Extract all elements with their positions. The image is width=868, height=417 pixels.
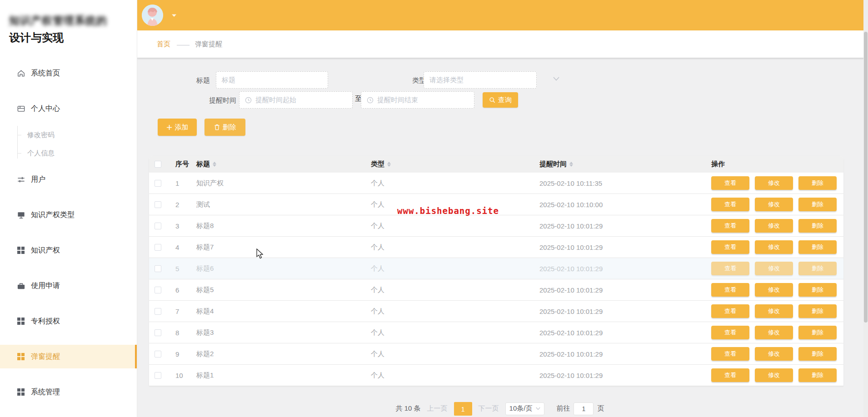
- page-scrollbar[interactable]: [863, 0, 868, 417]
- view-button[interactable]: 查看: [711, 368, 749, 382]
- row-checkbox[interactable]: [155, 244, 161, 251]
- edit-button[interactable]: 修改: [755, 219, 793, 233]
- delete-row-button[interactable]: 删除: [798, 347, 837, 361]
- row-checkbox[interactable]: [155, 287, 161, 293]
- row-checkbox[interactable]: [155, 201, 161, 208]
- briefcase-icon: [16, 281, 25, 290]
- delete-row-button[interactable]: 删除: [798, 240, 837, 254]
- delete-row-button[interactable]: 删除: [798, 262, 837, 275]
- sidebar-menu: 系统首页个人中心修改密码个人信息用户知识产权类型知识产权使用申请专利授权弹窗提醒…: [0, 61, 137, 404]
- view-button[interactable]: 查看: [711, 219, 749, 233]
- edit-button[interactable]: 修改: [755, 283, 793, 297]
- row-actions: 查看修改删除: [706, 347, 843, 361]
- delete-row-button[interactable]: 删除: [798, 368, 837, 382]
- row-checkbox[interactable]: [155, 372, 161, 379]
- header-label: 操作: [711, 160, 725, 169]
- row-checkbox[interactable]: [155, 351, 161, 357]
- row-checkbox[interactable]: [155, 329, 161, 336]
- sidebar-item-label: 知识产权类型: [31, 210, 75, 220]
- goto-page-input[interactable]: 1: [574, 402, 594, 415]
- row-checkbox[interactable]: [155, 265, 161, 272]
- sidebar-item-用户[interactable]: 用户: [0, 168, 137, 191]
- sidebar-item-label: 系统管理: [31, 387, 60, 397]
- delete-row-button[interactable]: 删除: [798, 219, 837, 233]
- grid-icon: [16, 352, 25, 361]
- clock-icon: [367, 97, 374, 104]
- delete-row-button[interactable]: 删除: [798, 283, 837, 297]
- edit-button[interactable]: 修改: [755, 326, 793, 339]
- view-button[interactable]: 查看: [711, 198, 749, 211]
- user-avatar[interactable]: [142, 5, 163, 26]
- sidebar-item-使用申请[interactable]: 使用申请: [0, 274, 137, 298]
- sort-icon[interactable]: [213, 162, 216, 167]
- sidebar-item-个人中心[interactable]: 个人中心: [0, 97, 137, 120]
- view-button[interactable]: 查看: [711, 347, 749, 361]
- header-title: 标题: [191, 160, 365, 169]
- sidebar-item-专利授权[interactable]: 专利授权: [0, 309, 137, 333]
- edit-button[interactable]: 修改: [755, 347, 793, 361]
- mouse-cursor: [256, 248, 266, 261]
- sidebar-item-知识产权类型[interactable]: 知识产权类型: [0, 203, 137, 227]
- edit-button[interactable]: 修改: [755, 262, 793, 275]
- edit-button[interactable]: 修改: [755, 240, 793, 254]
- view-button[interactable]: 查看: [711, 262, 749, 275]
- sidebar-item-label: 个人中心: [31, 104, 60, 114]
- row-type: 个人: [365, 350, 534, 358]
- sidebar-subitem-修改密码[interactable]: 修改密码: [0, 126, 137, 144]
- view-button[interactable]: 查看: [711, 176, 749, 190]
- row-time: 2025-02-10 10:01:29: [534, 286, 706, 294]
- sidebar-subitem-个人信息[interactable]: 个人信息: [0, 144, 137, 162]
- sidebar-item-弹窗提醒[interactable]: 弹窗提醒: [0, 345, 137, 368]
- view-button[interactable]: 查看: [711, 283, 749, 297]
- search-button[interactable]: 查询: [483, 92, 518, 108]
- view-button[interactable]: 查看: [711, 326, 749, 339]
- row-actions: 查看修改删除: [706, 326, 843, 339]
- title-input-placeholder: 标题: [222, 76, 235, 84]
- sidebar-item-知识产权[interactable]: 知识产权: [0, 238, 137, 262]
- sort-icon[interactable]: [387, 162, 391, 167]
- time-field-label: 提醒时间: [209, 96, 236, 105]
- delete-button[interactable]: 删除: [205, 119, 245, 136]
- delete-row-button[interactable]: 删除: [798, 198, 837, 211]
- type-select[interactable]: 请选择类型: [424, 71, 537, 89]
- pagination-next-button[interactable]: 下一页: [477, 404, 501, 413]
- sidebar-item-系统首页[interactable]: 系统首页: [0, 61, 137, 85]
- breadcrumb-home-link[interactable]: 首页: [157, 40, 170, 49]
- view-button[interactable]: 查看: [711, 304, 749, 318]
- row-no: 2: [170, 201, 191, 208]
- row-checkbox[interactable]: [155, 180, 161, 187]
- row-actions: 查看修改删除: [706, 283, 843, 297]
- edit-button[interactable]: 修改: [755, 198, 793, 211]
- row-checkbox[interactable]: [155, 308, 161, 315]
- pagination-prev-button[interactable]: 上一页: [425, 404, 449, 413]
- delete-row-button[interactable]: 删除: [798, 326, 837, 339]
- view-button[interactable]: 查看: [711, 240, 749, 254]
- time-start-input[interactable]: 提醒时间起始: [239, 91, 353, 109]
- pagination-page-1[interactable]: 1: [454, 402, 472, 416]
- row-checkbox-cell: [149, 244, 170, 251]
- sidebar-item-系统管理[interactable]: 系统管理: [0, 380, 137, 404]
- avatar-dropdown-caret-icon[interactable]: [171, 14, 177, 17]
- row-no: 4: [170, 243, 191, 251]
- chevron-down-icon[interactable]: [553, 77, 559, 81]
- delete-row-button[interactable]: 删除: [798, 304, 837, 318]
- select-all-checkbox[interactable]: [155, 161, 161, 168]
- avatar-image: [142, 5, 163, 26]
- row-checkbox-cell: [149, 265, 170, 272]
- row-actions: 查看修改删除: [706, 198, 843, 211]
- sidebar-submenu: 修改密码个人信息: [0, 126, 137, 162]
- delete-row-button[interactable]: 删除: [798, 176, 837, 190]
- edit-button[interactable]: 修改: [755, 176, 793, 190]
- title-input[interactable]: 标题: [216, 71, 328, 89]
- edit-button[interactable]: 修改: [755, 304, 793, 318]
- edit-button[interactable]: 修改: [755, 368, 793, 382]
- sort-icon[interactable]: [569, 162, 573, 167]
- add-button[interactable]: 添加: [158, 119, 197, 136]
- pagination-page-size-select[interactable]: 10条/页: [505, 402, 545, 415]
- row-checkbox[interactable]: [155, 223, 161, 229]
- page-size-value: 10条/页: [509, 404, 533, 413]
- row-checkbox-cell: [149, 287, 170, 293]
- scrollbar-thumb[interactable]: [864, 32, 868, 323]
- time-end-input[interactable]: 提醒时间结束: [361, 91, 474, 109]
- sidebar: 知识产权管理系统的 设计与实现 系统首页个人中心修改密码个人信息用户知识产权类型…: [0, 0, 137, 417]
